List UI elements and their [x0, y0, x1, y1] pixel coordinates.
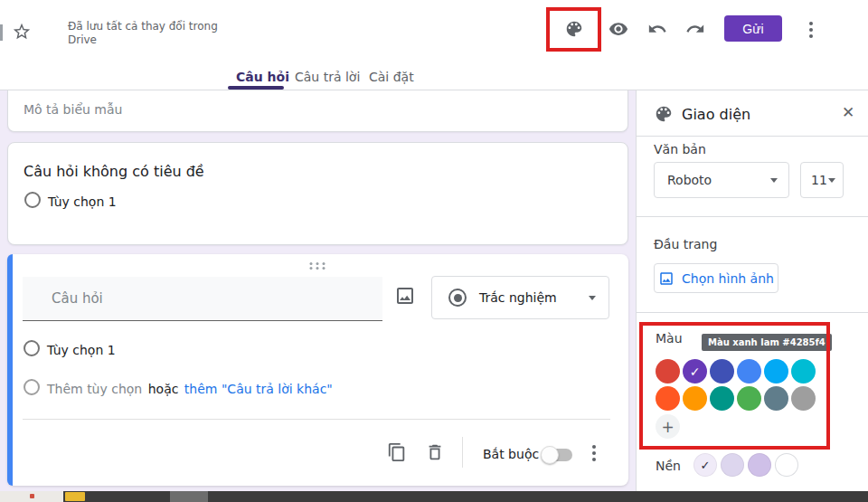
form-canvas: Mô tả biểu mẫu Câu hỏi không có tiêu đề …	[0, 90, 636, 491]
footer-vertical-divider	[462, 437, 463, 468]
theme-color-swatch[interactable]	[791, 359, 816, 384]
chevron-down-icon	[589, 296, 596, 300]
theme-color-swatch[interactable]	[710, 386, 734, 411]
google-forms-window: Đã lưu tất cả thay đổi trong Drive Gửi C…	[0, 0, 868, 502]
theme-color-swatch[interactable]	[737, 386, 761, 411]
required-label: Bắt buộc	[483, 447, 539, 461]
question-card[interactable]: Câu hỏi không có tiêu đề Tùy chọn 1	[7, 142, 628, 245]
palette-icon	[654, 104, 674, 124]
choose-image-label: Chọn hình ảnh	[682, 271, 774, 286]
taskbar-active-segment[interactable]	[170, 491, 208, 502]
more-options-icon[interactable]	[805, 20, 817, 40]
drag-handle[interactable]	[309, 262, 326, 270]
chevron-down-icon	[828, 178, 835, 183]
form-description-input[interactable]: Mô tả biểu mẫu	[24, 102, 122, 117]
theme-color-swatch[interactable]	[656, 359, 680, 384]
theme-panel: Giao diện ✕ Văn bản Roboto 11 Đầu trang …	[636, 90, 868, 491]
taskbar-app-icon[interactable]	[30, 494, 34, 498]
background-color-option[interactable]	[721, 453, 744, 477]
panel-divider	[637, 136, 868, 137]
color-section-label: Màu	[656, 331, 683, 346]
color-tooltip: Màu xanh lam #4285f4	[702, 334, 832, 351]
clipped-title-fragment	[0, 24, 3, 41]
add-option-radio[interactable]	[24, 379, 40, 395]
theme-palette-icon[interactable]	[564, 19, 584, 39]
theme-color-swatch[interactable]	[764, 359, 788, 384]
question-type-label: Trắc nghiệm	[479, 290, 589, 305]
background-section-label: Nền	[656, 459, 681, 473]
toggle-knob	[541, 446, 559, 464]
option-radio[interactable]	[24, 192, 41, 208]
add-custom-color-button[interactable]: +	[656, 414, 680, 439]
add-option-row: Thêm tùy chọn hoặc thêm "Câu trả lời khá…	[47, 382, 333, 396]
undo-icon[interactable]	[647, 19, 667, 39]
panel-divider	[637, 312, 868, 313]
theme-color-swatch[interactable]: ✓	[683, 359, 707, 384]
color-swatch-row-2	[656, 386, 816, 411]
delete-icon[interactable]	[425, 442, 445, 462]
font-family-value: Roboto	[667, 173, 770, 187]
panel-title: Giao diện	[682, 106, 750, 123]
font-size-select[interactable]: 11	[800, 162, 844, 198]
close-icon[interactable]: ✕	[842, 103, 854, 121]
panel-divider	[637, 216, 868, 217]
background-color-option[interactable]: ✓	[693, 453, 717, 477]
active-card-indicator	[7, 254, 13, 486]
tab-responses[interactable]: Câu trả lời	[295, 70, 360, 84]
theme-color-swatch[interactable]	[656, 386, 680, 411]
header-section-label: Đầu trang	[654, 237, 717, 251]
active-question-card[interactable]: Câu hỏi Trắc nghiệm Tùy chọn 1 Thêm tùy …	[7, 254, 628, 486]
add-option-conjunction: hoặc	[148, 382, 179, 396]
save-status-line1: Đã lưu tất cả thay đổi trong	[68, 20, 218, 33]
check-icon: ✓	[690, 365, 701, 379]
save-status-line2: Drive	[68, 33, 218, 47]
save-status: Đã lưu tất cả thay đổi trong Drive	[68, 20, 218, 47]
taskbar	[0, 491, 868, 502]
add-other-answer-link[interactable]: thêm "Câu trả lời khác"	[184, 382, 333, 396]
theme-color-swatch[interactable]	[710, 359, 734, 384]
tab-questions[interactable]: Câu hỏi	[236, 70, 289, 84]
font-size-value: 11	[811, 173, 828, 187]
option-label[interactable]: Tùy chọn 1	[47, 343, 116, 357]
card-footer-divider	[23, 419, 610, 420]
option-label[interactable]: Tùy chọn 1	[48, 194, 117, 209]
question-more-options-icon[interactable]	[588, 443, 600, 463]
choose-image-button[interactable]: Chọn hình ảnh	[654, 263, 778, 293]
add-image-icon[interactable]	[394, 285, 416, 307]
chevron-down-icon	[770, 178, 778, 183]
theme-color-swatch[interactable]	[791, 386, 816, 411]
send-button[interactable]: Gửi	[724, 15, 782, 42]
check-icon: ✓	[701, 459, 711, 472]
theme-color-swatch[interactable]	[764, 386, 788, 411]
add-option-text[interactable]: Thêm tùy chọn	[47, 382, 142, 396]
font-family-select[interactable]: Roboto	[654, 162, 789, 198]
form-description-card[interactable]: Mô tả biểu mẫu	[7, 90, 628, 132]
background-color-option[interactable]	[748, 453, 771, 477]
theme-color-swatch[interactable]	[737, 359, 761, 384]
text-section-label: Văn bản	[654, 142, 706, 156]
question-type-dropdown[interactable]: Trắc nghiệm	[431, 276, 609, 319]
redo-icon[interactable]	[685, 19, 705, 39]
option-radio[interactable]	[24, 340, 40, 356]
required-toggle[interactable]	[542, 449, 572, 461]
multiple-choice-icon	[448, 289, 467, 307]
background-color-option[interactable]	[775, 453, 798, 477]
duplicate-icon[interactable]	[387, 442, 407, 462]
tab-settings[interactable]: Cài đặt	[369, 70, 414, 84]
theme-color-swatch[interactable]	[683, 386, 707, 411]
color-swatch-row-1: ✓	[656, 359, 816, 384]
background-color-row: ✓	[693, 453, 798, 477]
question-title-input[interactable]: Câu hỏi	[23, 277, 382, 321]
image-icon	[658, 270, 675, 287]
preview-eye-icon[interactable]	[609, 19, 628, 39]
folder-icon[interactable]	[65, 492, 85, 501]
question-title[interactable]: Câu hỏi không có tiêu đề	[24, 163, 204, 180]
star-icon[interactable]	[12, 22, 32, 42]
